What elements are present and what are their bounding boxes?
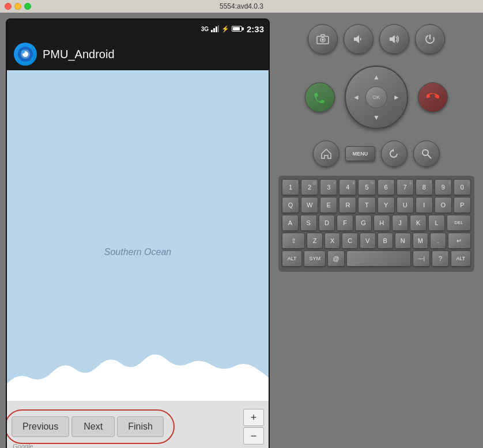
key-7[interactable]: 7& xyxy=(397,179,414,195)
previous-button[interactable]: Previous xyxy=(12,416,69,437)
map-area[interactable]: Southern Ocean xyxy=(7,70,269,401)
key-u[interactable]: U xyxy=(397,197,414,213)
key-q[interactable]: Q xyxy=(282,197,299,213)
key-b[interactable]: B xyxy=(378,233,394,249)
svg-point-10 xyxy=(322,39,324,41)
dpad-up[interactable]: ▲ xyxy=(371,71,382,83)
menu-label: MENU xyxy=(353,151,368,157)
key-3[interactable]: 3# xyxy=(320,179,337,195)
signal-icon: 3G xyxy=(201,26,209,32)
search-button[interactable] xyxy=(413,141,440,167)
dpad-left[interactable]: ◄ xyxy=(350,92,362,103)
key-y[interactable]: Y xyxy=(378,197,395,213)
key-space[interactable] xyxy=(346,250,412,267)
dpad-center[interactable]: OK xyxy=(365,86,387,108)
key-d[interactable]: D xyxy=(319,215,335,231)
finish-button[interactable]: Finish xyxy=(117,416,164,437)
phone-emulator: 3G ⚡ 2:33 xyxy=(6,18,270,448)
main-content: 3G ⚡ 2:33 xyxy=(0,13,483,448)
key-period[interactable]: . xyxy=(430,233,446,249)
back-button[interactable] xyxy=(381,141,407,167)
key-m[interactable]: M xyxy=(413,233,429,249)
svg-rect-2 xyxy=(216,26,217,32)
close-button[interactable] xyxy=(5,3,12,10)
window-title: 5554:avd4.0.3 xyxy=(220,2,263,10)
key-k[interactable]: K xyxy=(410,215,427,231)
end-call-button[interactable] xyxy=(418,82,448,112)
key-enter[interactable]: ↵ xyxy=(448,233,471,249)
key-5[interactable]: 5% xyxy=(358,179,375,195)
key-1[interactable]: 1! xyxy=(282,179,299,195)
volume-down-button[interactable] xyxy=(344,24,373,54)
google-label: Google xyxy=(13,443,33,448)
key-t[interactable]: T xyxy=(358,197,375,213)
dpad-right[interactable]: ► xyxy=(391,92,402,103)
key-f[interactable]: F xyxy=(337,215,353,231)
key-g[interactable]: G xyxy=(355,215,372,231)
key-at[interactable]: @ xyxy=(327,250,345,267)
battery-icon xyxy=(232,26,242,32)
key-z[interactable]: Z xyxy=(307,233,323,249)
home-button[interactable] xyxy=(313,141,339,167)
zoom-in-button[interactable]: + xyxy=(243,409,264,426)
key-l[interactable]: L xyxy=(428,215,445,231)
key-dash[interactable]: —| xyxy=(413,250,430,267)
bottom-control-row: MENU xyxy=(313,141,440,167)
status-icons: 3G ⚡ 2:33 xyxy=(201,24,264,34)
key-w[interactable]: W xyxy=(301,197,318,213)
key-x[interactable]: X xyxy=(324,233,341,249)
svg-rect-0 xyxy=(211,30,213,32)
zoom-out-button[interactable]: − xyxy=(243,427,264,445)
menu-button[interactable]: MENU xyxy=(345,146,375,161)
title-bar: 5554:avd4.0.3 xyxy=(0,0,483,13)
call-button[interactable] xyxy=(305,82,335,112)
dpad-down[interactable]: ▼ xyxy=(371,112,382,123)
power-button[interactable] xyxy=(415,24,445,54)
key-0[interactable]: 0) xyxy=(454,179,471,195)
svg-line-14 xyxy=(428,155,431,158)
key-alt-left[interactable]: ALT xyxy=(282,250,302,267)
next-button[interactable]: Next xyxy=(71,416,115,437)
key-e[interactable]: E xyxy=(320,197,337,213)
bottom-controls: Previous Next Finish + − Google xyxy=(7,401,269,448)
key-j[interactable]: J xyxy=(392,215,409,231)
keyboard-row-5: ALT SYM @ —| ?/ ALT xyxy=(282,250,471,267)
volume-up-button[interactable] xyxy=(379,24,409,54)
right-panel: ▲ ▼ ◄ ► OK xyxy=(270,13,483,448)
top-control-row xyxy=(308,24,445,54)
svg-point-13 xyxy=(422,150,428,155)
time-display: 2:33 xyxy=(247,24,264,34)
svg-rect-1 xyxy=(213,28,215,32)
antarctica-shape xyxy=(7,332,269,401)
key-9[interactable]: 9( xyxy=(435,179,452,195)
key-shift[interactable]: ⇧ xyxy=(282,233,305,249)
key-s[interactable]: S xyxy=(300,215,317,231)
key-r[interactable]: R xyxy=(339,197,356,213)
key-i[interactable]: I xyxy=(416,197,433,213)
key-o[interactable]: O xyxy=(435,197,452,213)
key-4[interactable]: 4$ xyxy=(339,179,356,195)
keyboard-row-2: Q W E R T Y U I O P xyxy=(282,197,471,213)
camera-button[interactable] xyxy=(308,24,338,54)
charging-icon: ⚡ xyxy=(221,25,229,33)
key-alt-right[interactable]: ALT xyxy=(451,250,471,267)
key-v[interactable]: V xyxy=(360,233,376,249)
maximize-button[interactable] xyxy=(24,3,31,10)
minimize-button[interactable] xyxy=(14,3,21,10)
key-8[interactable]: 8* xyxy=(416,179,433,195)
window-controls[interactable] xyxy=(5,3,31,10)
dpad[interactable]: ▲ ▼ ◄ ► OK xyxy=(342,63,411,132)
key-del[interactable]: DEL xyxy=(447,215,471,231)
zoom-controls: + − xyxy=(243,409,264,445)
key-6[interactable]: 6^ xyxy=(378,179,395,195)
nav-buttons-group: Previous Next Finish xyxy=(12,416,164,437)
key-n[interactable]: N xyxy=(395,233,411,249)
key-2[interactable]: 2@ xyxy=(301,179,318,195)
keyboard: 1! 2@ 3# 4$ 5% 6^ 7& 8* 9( 0) Q W E R T … xyxy=(278,176,474,272)
key-a[interactable]: A xyxy=(282,215,299,231)
key-sym[interactable]: SYM xyxy=(304,250,326,267)
key-h[interactable]: H xyxy=(373,215,390,231)
key-p[interactable]: P xyxy=(454,197,471,213)
key-c[interactable]: C xyxy=(342,233,358,249)
key-slash[interactable]: ?/ xyxy=(432,250,449,267)
